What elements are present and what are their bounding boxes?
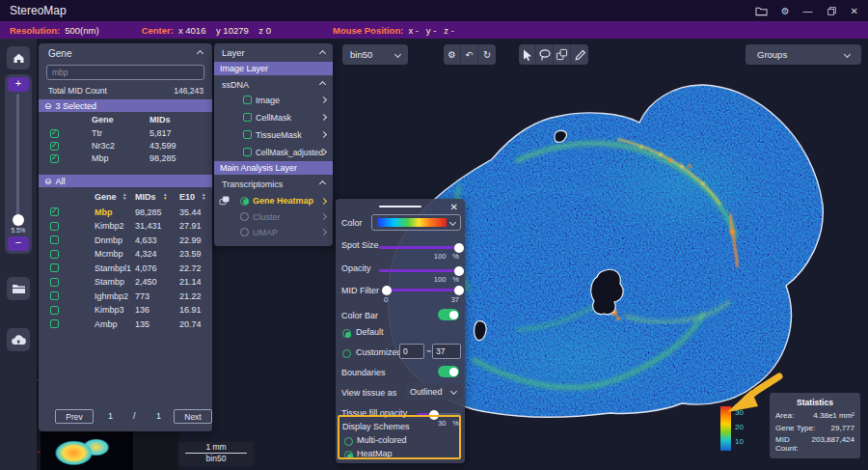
mid-filter-slider[interactable] bbox=[386, 289, 460, 291]
ssdna-group-label[interactable]: ssDNA bbox=[222, 80, 249, 90]
layer-item-cellmask-adjusted[interactable]: CellMask_adjusted bbox=[214, 146, 333, 158]
checkbox-checked-icon[interactable] bbox=[50, 129, 59, 138]
layer-item-image[interactable]: Image bbox=[214, 94, 333, 106]
table-row[interactable]: Mbp 98,285 bbox=[39, 152, 212, 164]
checkbox-icon[interactable] bbox=[50, 250, 59, 259]
table-row[interactable]: Ttr 5,817 bbox=[39, 127, 212, 139]
sort-icons[interactable]: ▲▼ bbox=[122, 193, 126, 201]
table-row[interactable]: Ighmbp2 773 21.22 bbox=[39, 290, 212, 302]
gene-search-input[interactable] bbox=[46, 65, 204, 80]
sort-icons[interactable]: ▲▼ bbox=[202, 193, 205, 201]
pencil-tool-button[interactable] bbox=[571, 44, 588, 65]
sort-icons[interactable]: ▲▼ bbox=[163, 193, 167, 201]
customized-max-input[interactable] bbox=[432, 344, 461, 359]
merge-tool-button[interactable] bbox=[554, 44, 571, 65]
settings-tool-button[interactable]: ⚙ bbox=[444, 44, 461, 65]
table-row[interactable]: Kimbp2 31,431 27.91 bbox=[39, 220, 212, 233]
chevron-up-icon[interactable] bbox=[197, 50, 203, 57]
table-row[interactable]: Mbp 98,285 35.44 bbox=[39, 206, 212, 218]
chevron-right-icon[interactable] bbox=[320, 229, 327, 235]
checkbox-icon[interactable] bbox=[50, 306, 59, 315]
groups-select[interactable]: Groups bbox=[746, 44, 861, 65]
minimize-button[interactable]: — bbox=[803, 6, 813, 16]
checkbox-icon[interactable] bbox=[50, 263, 59, 272]
chevron-right-icon[interactable] bbox=[320, 213, 327, 220]
opacity-slider[interactable] bbox=[379, 269, 460, 272]
all-col-mids[interactable]: MIDs bbox=[135, 192, 156, 202]
customized-min-input[interactable] bbox=[399, 344, 424, 359]
selected-section-header[interactable]: ⊖ 3 Selected bbox=[39, 99, 212, 112]
checkbox-checked-icon[interactable] bbox=[50, 142, 59, 151]
undo-button[interactable]: ↶ bbox=[461, 44, 478, 65]
prev-page-button[interactable]: Prev bbox=[55, 409, 94, 424]
checkbox-icon[interactable] bbox=[243, 96, 252, 104]
chevron-up-icon[interactable] bbox=[319, 180, 326, 187]
lasso-tool-button[interactable] bbox=[536, 44, 554, 65]
slider-handle[interactable] bbox=[454, 243, 464, 253]
colormap-select[interactable] bbox=[371, 214, 461, 231]
restore-button[interactable] bbox=[827, 6, 837, 16]
home-button[interactable] bbox=[7, 46, 30, 69]
next-page-button[interactable]: Next bbox=[174, 409, 212, 424]
chevron-right-icon[interactable] bbox=[320, 131, 327, 138]
selected-col-mids[interactable]: MIDs bbox=[149, 115, 171, 124]
radio-icon[interactable] bbox=[240, 228, 249, 236]
pointer-tool-button[interactable] bbox=[519, 44, 536, 65]
layer-item-cluster[interactable]: Cluster bbox=[214, 210, 333, 223]
table-row[interactable]: Ambp 135 20.74 bbox=[39, 318, 212, 330]
checkbox-icon[interactable] bbox=[50, 291, 59, 300]
table-row[interactable]: Nr3c2 43,599 bbox=[39, 140, 212, 152]
all-col-e10[interactable]: E10 bbox=[179, 192, 195, 202]
checkbox-checked-icon[interactable] bbox=[50, 207, 59, 216]
file-browser-button[interactable] bbox=[7, 277, 30, 300]
layer-item-tissuemask[interactable]: TissueMask bbox=[214, 128, 333, 141]
chevron-up-icon[interactable] bbox=[319, 50, 326, 57]
zoom-slider-track[interactable] bbox=[16, 94, 19, 217]
checkbox-icon[interactable] bbox=[50, 235, 59, 244]
chevron-right-icon[interactable] bbox=[320, 197, 327, 204]
bin-select[interactable]: bin50 bbox=[342, 44, 408, 65]
slider-handle-min[interactable] bbox=[382, 286, 392, 295]
table-row[interactable]: Kimbp3 136 16.91 bbox=[39, 304, 212, 317]
drag-handle[interactable] bbox=[379, 206, 421, 207]
view-tissue-select[interactable]: Outlined bbox=[405, 383, 461, 400]
chevron-up-icon[interactable] bbox=[319, 81, 326, 88]
table-row[interactable]: Stambp 2,450 21.14 bbox=[39, 276, 212, 289]
checkbox-checked-icon[interactable] bbox=[50, 154, 59, 163]
zoom-in-button[interactable]: + bbox=[8, 77, 29, 92]
zoom-slider-handle[interactable] bbox=[13, 214, 24, 226]
close-button[interactable]: ✕ bbox=[851, 6, 858, 16]
cloud-upload-button[interactable] bbox=[7, 328, 30, 351]
close-icon[interactable]: ✕ bbox=[450, 202, 458, 212]
transcriptomics-group-label[interactable]: Transcriptomics bbox=[222, 180, 283, 189]
table-row[interactable]: Dnmbp 4,633 22.99 bbox=[39, 234, 212, 246]
checkbox-icon[interactable] bbox=[243, 113, 252, 122]
open-folder-button[interactable] bbox=[755, 6, 768, 16]
radio-selected-icon[interactable] bbox=[240, 197, 249, 206]
color-bar-toggle[interactable] bbox=[438, 309, 459, 320]
layer-item-cellmask[interactable]: CellMask bbox=[214, 111, 333, 124]
layer-item-gene-heatmap[interactable]: Gene Heatmap bbox=[214, 194, 333, 207]
selected-col-gene[interactable]: Gene bbox=[92, 115, 114, 124]
slider-handle[interactable] bbox=[454, 266, 464, 276]
settings-button[interactable]: ⚙ bbox=[781, 6, 790, 16]
default-radio[interactable] bbox=[342, 329, 351, 338]
checkbox-icon[interactable] bbox=[50, 278, 59, 287]
boundaries-toggle[interactable] bbox=[438, 366, 459, 377]
table-row[interactable]: Mcmbp 4,324 23.59 bbox=[39, 248, 212, 261]
all-col-gene[interactable]: Gene bbox=[95, 192, 117, 202]
chevron-right-icon[interactable] bbox=[320, 114, 327, 121]
all-section-header[interactable]: ⊖ All bbox=[39, 175, 212, 187]
checkbox-icon[interactable] bbox=[243, 130, 252, 139]
spot-size-slider[interactable] bbox=[379, 246, 460, 249]
zoom-out-button[interactable]: − bbox=[8, 236, 29, 251]
slider-handle-max[interactable] bbox=[454, 286, 464, 295]
radio-icon[interactable] bbox=[240, 212, 249, 221]
customized-radio[interactable] bbox=[342, 349, 351, 358]
chevron-right-icon[interactable] bbox=[320, 97, 327, 103]
layer-item-umap[interactable]: UMAP bbox=[214, 226, 333, 238]
table-row[interactable]: Stambpl1 4,076 22.72 bbox=[39, 262, 212, 274]
checkbox-icon[interactable] bbox=[50, 222, 59, 231]
redo-button[interactable]: ↻ bbox=[478, 44, 496, 65]
checkbox-icon[interactable] bbox=[243, 148, 252, 156]
